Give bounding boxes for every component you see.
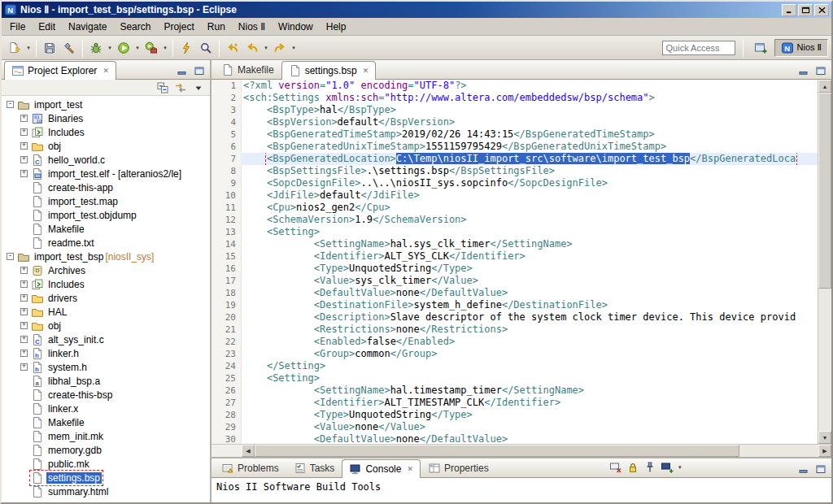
- expand-toggle-icon[interactable]: +: [20, 142, 28, 150]
- code-line-22[interactable]: 22 <Enabled>false</Enabled>: [212, 336, 818, 348]
- tree-item-settings.bsp[interactable]: settings.bsp: [2, 471, 210, 484]
- code-line-19[interactable]: 19 <DestinationFile>system_h_define</Des…: [212, 299, 818, 311]
- code-line-24[interactable]: 24 </Setting>: [212, 360, 818, 372]
- debug-button[interactable]: [86, 38, 106, 58]
- code-line-16[interactable]: 16 <Type>UnquotedString</Type>: [212, 263, 818, 275]
- horizontal-scroll-track[interactable]: [255, 445, 818, 457]
- scroll-right-icon[interactable]: ▶: [818, 445, 831, 457]
- expand-toggle-icon[interactable]: +: [20, 156, 28, 163]
- nios2-perspective-button[interactable]: N Nios Ⅱ: [774, 39, 828, 57]
- code-line-11[interactable]: 11 <Cpu>nios2_gen2</Cpu>: [212, 202, 818, 214]
- run-button[interactable]: [114, 38, 133, 58]
- code-line-12[interactable]: 12 <SchemaVersion>1.9</SchemaVersion>: [212, 214, 818, 226]
- open-console-button[interactable]: [659, 459, 675, 476]
- code-line-5[interactable]: 5 <BspGeneratedTimeStamp>2019/02/26 14:4…: [212, 128, 818, 141]
- open-perspective-button[interactable]: [751, 38, 770, 58]
- view-menu-button[interactable]: [190, 80, 207, 96]
- code-line-6[interactable]: 6 <BspGeneratedUnixTimeStamp>15511597954…: [212, 141, 818, 153]
- code-line-28[interactable]: 28 <Type>UnquotedString</Type>: [212, 409, 818, 421]
- console-output[interactable]: Nios II Software Build Tools: [212, 478, 831, 502]
- menu-navigate[interactable]: Navigate: [62, 19, 113, 35]
- debug-button-dropdown[interactable]: ▾: [106, 38, 114, 58]
- collapse-toggle-icon[interactable]: -: [7, 101, 14, 108]
- tree-item-libhal-bsp.a[interactable]: alibhal_bsp.a: [2, 374, 210, 388]
- tree-item-memory.gdb[interactable]: memory.gdb: [2, 443, 210, 457]
- editor-minimize-view-button[interactable]: [796, 63, 812, 79]
- back-button[interactable]: [242, 38, 262, 58]
- tree-item-readme.txt[interactable]: readme.txt: [2, 236, 210, 250]
- external-tools-button[interactable]: [142, 38, 161, 58]
- last-edit-location-button[interactable]: [223, 38, 242, 58]
- scroll-down-icon[interactable]: ▼: [818, 431, 831, 444]
- code-line-9[interactable]: 9 <SopcDesignFile>..\..\niosII_sys.sopci…: [212, 177, 818, 189]
- code-line-4[interactable]: 4 <BspVersion>default</BspVersion>: [212, 116, 818, 128]
- menu-help[interactable]: Help: [320, 19, 353, 35]
- tree-item-drivers[interactable]: +drivers: [2, 291, 210, 305]
- tree-item-hal[interactable]: +HAL: [2, 305, 210, 319]
- tree-item-alt-sys-init.c[interactable]: +Calt_sys_init.c: [2, 332, 210, 346]
- forward-button[interactable]: [270, 38, 290, 58]
- editor-tab-settings.bsp[interactable]: settings.bsp✕: [281, 61, 377, 80]
- explorer-minimize-view-button[interactable]: [174, 63, 190, 79]
- code-line-13[interactable]: 13 <Setting>: [212, 226, 818, 238]
- tree-item-includes[interactable]: +Includes: [2, 277, 210, 291]
- build-all-button[interactable]: [59, 38, 79, 58]
- clear-console-button[interactable]: [608, 459, 624, 476]
- editor-vertical-scrollbar[interactable]: ▲ ▼: [818, 80, 831, 444]
- horizontal-scroll-thumb[interactable]: [255, 445, 739, 457]
- link-with-editor-button[interactable]: [172, 80, 189, 96]
- tree-item-create-this-app[interactable]: create-this-app: [2, 180, 210, 194]
- tree-item-import-test-bsp[interactable]: -import_test_bsp [niosII_sys]: [2, 250, 210, 263]
- tree-item-import-test.map[interactable]: import_test.map: [2, 194, 210, 208]
- code-line-29[interactable]: 29 <Value>none</Value>: [212, 421, 818, 433]
- tree-item-mem-init.mk[interactable]: mem_init.mk: [2, 429, 210, 443]
- editor-maximize-view-button[interactable]: [813, 63, 829, 79]
- view-tab-properties[interactable]: Properties: [421, 458, 496, 477]
- view-tab-tasks[interactable]: Tasks: [286, 458, 342, 477]
- close-tab-icon[interactable]: ✕: [363, 67, 369, 75]
- menu-edit[interactable]: Edit: [32, 19, 62, 35]
- collapse-toggle-icon[interactable]: -: [7, 253, 14, 260]
- new-button[interactable]: [5, 38, 24, 58]
- expand-toggle-icon[interactable]: +: [20, 170, 28, 177]
- expand-toggle-icon[interactable]: +: [20, 336, 28, 343]
- code-line-8[interactable]: 8 <BspSettingsFile>.\settings.bsp</BspSe…: [212, 165, 818, 177]
- code-line-18[interactable]: 18 <DefaultValue>none</DefaultValue>: [212, 287, 818, 299]
- tree-item-hello-world.c[interactable]: +Chello_world.c: [2, 153, 210, 167]
- tree-item-system.h[interactable]: +hsystem.h: [2, 360, 210, 374]
- code-line-30[interactable]: 30 <DefaultValue>none</DefaultValue>: [212, 433, 818, 444]
- tree-item-import-test.objdump[interactable]: import_test.objdump: [2, 208, 210, 222]
- search-button[interactable]: [196, 38, 216, 58]
- tree-item-archives[interactable]: +Archives: [2, 263, 210, 277]
- code-line-2[interactable]: 2<sch:Settings xmlns:sch="http://www.alt…: [212, 92, 818, 104]
- expand-toggle-icon[interactable]: +: [20, 115, 28, 122]
- editor-tab-makefile[interactable]: Makefile: [214, 60, 281, 79]
- titlebar[interactable]: N Nios Ⅱ - import_test_bsp/settings.bsp …: [2, 2, 831, 18]
- tree-item-binaries[interactable]: +0110Binaries: [2, 111, 210, 125]
- code-line-1[interactable]: 1<?xml version="1.0" encoding="UTF-8"?>: [212, 80, 818, 92]
- project-explorer-tab[interactable]: Project Explorer ✕: [4, 61, 116, 80]
- flash-programmer-button[interactable]: [177, 38, 196, 58]
- code-line-17[interactable]: 17 <Value>sys_clk_timer</Value>: [212, 275, 818, 287]
- code-line-23[interactable]: 23 <Group>common</Group>: [212, 348, 818, 360]
- tree-item-obj[interactable]: +obj: [2, 319, 210, 332]
- expand-toggle-icon[interactable]: +: [20, 280, 28, 288]
- close-tab-icon[interactable]: ✕: [407, 465, 413, 473]
- vertical-scroll-thumb[interactable]: [818, 93, 831, 289]
- close-tab-icon[interactable]: ✕: [102, 67, 109, 75]
- code-editor[interactable]: 1<?xml version="1.0" encoding="UTF-8"?>2…: [212, 80, 818, 444]
- quick-access-input[interactable]: [662, 41, 735, 55]
- code-line-20[interactable]: 20 <Description>Slave descriptor of the …: [212, 311, 818, 324]
- tree-item-summary.html[interactable]: summary.html: [2, 484, 210, 498]
- code-line-25[interactable]: 25 <Setting>: [212, 372, 818, 385]
- external-tools-button-dropdown[interactable]: ▾: [161, 38, 169, 58]
- code-line-10[interactable]: 10 <JdiFile>default</JdiFile>: [212, 189, 818, 202]
- view-tab-console[interactable]: Console✕: [342, 459, 421, 478]
- run-button-dropdown[interactable]: ▾: [133, 38, 142, 58]
- code-line-27[interactable]: 27 <Identifier>ALT_TIMESTAMP_CLK</Identi…: [212, 397, 818, 409]
- menu-search[interactable]: Search: [113, 19, 157, 35]
- pin-console-button[interactable]: [642, 459, 658, 476]
- console-minimize-view-button[interactable]: [796, 461, 812, 477]
- vertical-scroll-track[interactable]: [818, 93, 831, 431]
- code-line-7[interactable]: 7 <BspGeneratedLocation>C:\Temp\niosII_i…: [212, 153, 818, 165]
